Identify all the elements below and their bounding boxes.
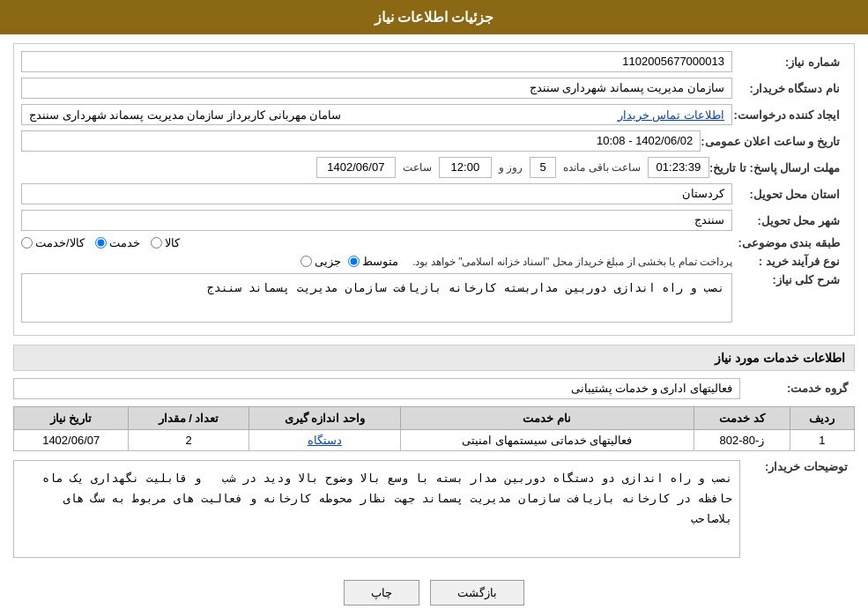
deadline-remaining-label: ساعت باقی مانده <box>560 161 644 174</box>
col-unit: واحد اندازه گیری <box>249 406 400 429</box>
services-section-title: اطلاعات خدمات مورد نیاز <box>13 345 855 371</box>
services-table: ردیف کد خدمت نام خدمت واحد اندازه گیری ت… <box>13 406 855 451</box>
process-jozvi[interactable]: جزیی <box>300 255 341 268</box>
creator-label: ایجاد کننده درخواست: <box>732 108 847 122</box>
process-note: پرداخت تمام یا بخشی از مبلغ خریداز محل "… <box>412 256 732 268</box>
city-label: شهر محل تحویل: <box>732 214 847 227</box>
buyer-notes-textarea[interactable] <box>13 460 740 559</box>
deadline-label: مهلت ارسال پاسخ: تا تاریخ: <box>709 161 847 175</box>
city-value: سنندج <box>21 210 732 231</box>
back-button[interactable]: بازگشت <box>430 580 524 605</box>
process-label: نوع فرآیند خرید : <box>732 255 847 268</box>
description-textarea[interactable] <box>21 273 732 323</box>
creator-link[interactable]: اطلاعات تماس خریدار <box>618 108 724 122</box>
buyer-org-label: نام دستگاه خریدار: <box>732 82 847 95</box>
need-number-value: 1102005677000013 <box>21 51 732 72</box>
col-code: کد خدمت <box>694 406 790 429</box>
announce-date-label: تاریخ و ساعت اعلان عمومی: <box>701 135 847 148</box>
category-kala-khadamat[interactable]: کالا/خدمت <box>21 236 85 249</box>
process-row: پرداخت تمام یا بخشی از مبلغ خریداز محل "… <box>21 255 732 268</box>
col-name: نام خدمت <box>400 406 694 429</box>
province-label: استان محل تحویل: <box>732 188 847 201</box>
buyer-notes-label: توضیحات خریدار: <box>740 460 855 473</box>
page-header: جزئیات اطلاعات نیاز <box>0 0 868 34</box>
deadline-time-label: ساعت <box>399 161 435 174</box>
service-group-label: گروه خدمت: <box>740 382 855 395</box>
category-radio-group: کالا/خدمت خدمت کالا <box>21 236 732 249</box>
deadline-remaining-value: 01:23:39 <box>648 157 709 178</box>
announce-date-value: 1402/06/02 - 10:08 <box>21 130 701 152</box>
deadline-days-value: 5 <box>530 157 556 178</box>
creator-value: سامان مهربانی کاربرداز سازمان مدیریت پسم… <box>29 108 341 122</box>
category-kala[interactable]: کالا <box>151 236 180 249</box>
category-label: طبقه بندی موضوعی: <box>732 236 847 249</box>
page-title: جزئیات اطلاعات نیاز <box>375 10 494 25</box>
category-khadamat[interactable]: خدمت <box>95 236 140 249</box>
print-button[interactable]: چاپ <box>344 580 419 605</box>
description-label: شرح کلی نیاز: <box>732 273 847 286</box>
col-qty: تعداد / مقدار <box>129 406 249 429</box>
services-table-section: ردیف کد خدمت نام خدمت واحد اندازه گیری ت… <box>13 406 855 451</box>
bottom-buttons: بازگشت چاپ <box>13 567 855 609</box>
table-row: 1ز-80-802فعالیتهای خدماتی سیستمهای امنیت… <box>14 429 855 450</box>
deadline-date-value: 1402/06/07 <box>316 157 396 178</box>
process-motavaset[interactable]: متوسط <box>348 255 398 268</box>
col-row: ردیف <box>790 406 854 429</box>
deadline-days-label: روز و <box>495 161 526 174</box>
need-number-label: شماره نیاز: <box>732 56 847 69</box>
col-date: تاریخ نیاز <box>14 406 129 429</box>
province-value: کردستان <box>21 183 732 204</box>
buyer-org-value: سازمان مدیریت پسماند شهرداری سنندج <box>21 78 732 99</box>
service-group-value: فعالیتهای اداری و خدمات پشتیبانی <box>13 378 740 399</box>
deadline-time-value: 12:00 <box>439 157 492 178</box>
